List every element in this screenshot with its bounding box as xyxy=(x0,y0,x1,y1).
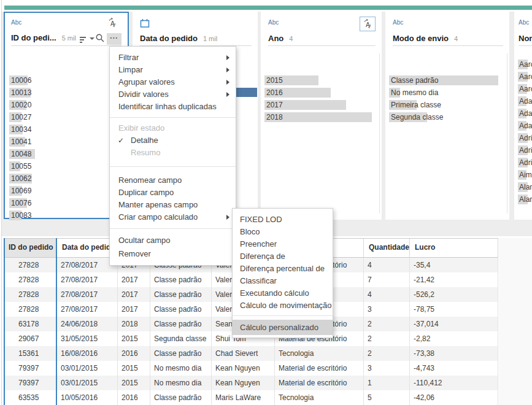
cell[interactable]: Material de escritório xyxy=(275,361,364,376)
calendar-icon[interactable] xyxy=(140,18,150,31)
cell[interactable]: 27/08/2017 xyxy=(57,302,118,317)
cell[interactable]: -4,743 xyxy=(410,361,498,376)
cell[interactable]: 27828 xyxy=(4,272,57,287)
cell[interactable]: 03/01/2015 xyxy=(57,376,118,390)
menu-item-ocultar-campo[interactable]: Ocultar campo xyxy=(110,234,236,247)
cell[interactable]: 2017 xyxy=(118,302,150,317)
menu-item-remover[interactable]: Remover xyxy=(110,247,236,261)
cell[interactable]: No mesmo dia xyxy=(150,376,212,390)
cell[interactable]: 4 xyxy=(364,258,410,272)
value-row[interactable]: Adri xyxy=(518,145,532,155)
cell[interactable]: 24/06/2018 xyxy=(57,317,118,331)
cell[interactable]: 15361 xyxy=(4,346,57,361)
cell[interactable]: 5 xyxy=(364,390,410,405)
cell[interactable]: 03/01/2015 xyxy=(57,361,118,376)
value-row[interactable]: Primeira classe xyxy=(389,100,508,110)
cell[interactable]: -21,42 xyxy=(410,272,498,287)
cell[interactable]: Classe padrão xyxy=(150,317,212,331)
cell[interactable]: Classe padrão xyxy=(150,287,212,302)
date-histogram-bar[interactable] xyxy=(234,88,257,97)
cell[interactable]: Material de escritório xyxy=(275,376,364,390)
cell[interactable]: -2,82 xyxy=(410,331,498,346)
cell[interactable]: 79397 xyxy=(4,361,57,376)
submenu-item-c-lculo-de-movimenta-o[interactable]: Cálculo de movimentação xyxy=(233,299,333,312)
cell[interactable]: 1 xyxy=(364,376,410,390)
column-header-id-do-pedido[interactable]: ID do pedido xyxy=(4,239,57,257)
value-row[interactable]: Ada xyxy=(518,121,532,131)
more-options-button[interactable]: ⋯ xyxy=(107,33,121,45)
menu-item-agrupar-valores[interactable]: Agrupar valores xyxy=(110,76,236,88)
value-row[interactable]: Aim xyxy=(518,170,532,180)
cell[interactable]: 27828 xyxy=(4,258,57,272)
cell[interactable]: -35,4 xyxy=(410,258,498,272)
value-row[interactable]: Aaro xyxy=(518,72,532,82)
value-row[interactable]: 2017 xyxy=(264,100,380,110)
data-role-icon[interactable]: A xyxy=(360,17,376,31)
menu-item-dividir-valores[interactable]: Dividir valores xyxy=(110,88,236,101)
menu-item-limpar[interactable]: Limpar xyxy=(110,64,236,76)
cell[interactable]: Kean Nguyen xyxy=(212,376,275,390)
value-row[interactable]: Alan xyxy=(518,182,532,192)
cell[interactable]: No mesmo dia xyxy=(150,361,212,376)
menu-item-manter-apenas-campo[interactable]: Manter apenas campo xyxy=(110,199,236,211)
value-row[interactable]: 2018 xyxy=(264,112,380,122)
cell[interactable]: 29067 xyxy=(4,331,57,346)
column-header-quantidade[interactable]: Quantidade xyxy=(364,239,410,257)
cell[interactable]: 2015 xyxy=(118,361,150,376)
cell[interactable]: Classe padrão xyxy=(150,390,212,405)
menu-item-renomear-campo[interactable]: Renomear campo xyxy=(110,174,236,187)
value-row[interactable]: 2016 xyxy=(264,88,380,98)
submenu-item-bloco[interactable]: Bloco xyxy=(233,226,333,238)
cell[interactable]: 10/05/2016 xyxy=(57,390,118,405)
cell[interactable]: 4 xyxy=(364,287,410,302)
value-row[interactable]: Aaro xyxy=(518,84,532,94)
cell[interactable]: Classe padrão xyxy=(150,346,212,361)
search-icon[interactable] xyxy=(95,33,105,45)
cell[interactable]: Maris LaWare xyxy=(212,390,275,405)
cell[interactable]: 3 xyxy=(364,361,410,376)
cell[interactable]: 27/08/2017 xyxy=(57,287,118,302)
cell[interactable]: 3 xyxy=(364,302,410,317)
value-row[interactable]: Ada xyxy=(518,96,532,106)
menu-item-filtrar[interactable]: Filtrar xyxy=(110,52,236,64)
cell[interactable]: Segunda classe xyxy=(150,331,212,346)
submenu-item-fixed-lod[interactable]: FIXED LOD xyxy=(233,214,333,226)
submenu-item-classificar[interactable]: Classificar xyxy=(233,275,333,287)
cell[interactable]: 2015 xyxy=(118,331,150,346)
value-row[interactable]: Adri xyxy=(518,158,532,168)
value-row[interactable]: Segunda classe xyxy=(389,112,508,122)
submenu-item-c-lculo-personalizado[interactable]: Cálculo personalizado xyxy=(233,320,333,335)
cell[interactable]: 2017 xyxy=(118,287,150,302)
cell[interactable]: -78,75 xyxy=(410,302,498,317)
cell[interactable]: -73,38 xyxy=(410,346,498,361)
cell[interactable]: 31/05/2015 xyxy=(57,331,118,346)
cell[interactable]: 2016 xyxy=(118,346,150,361)
cell[interactable]: 2017 xyxy=(118,272,150,287)
value-row[interactable]: Classe padrão xyxy=(389,75,508,85)
cell[interactable]: Tecnologia xyxy=(275,346,364,361)
submenu-item-diferen-a-percentual-de[interactable]: Diferença percentual de xyxy=(233,263,333,275)
cell[interactable]: Classe padrão xyxy=(150,302,212,317)
value-row[interactable]: Aaro xyxy=(518,60,532,69)
cell[interactable]: 7 xyxy=(364,272,410,287)
cell[interactable]: 63178 xyxy=(4,317,57,331)
submenu-item-executando-c-lculo[interactable]: Executando cálculo xyxy=(233,287,333,299)
cell[interactable]: 2016 xyxy=(118,390,150,405)
cell[interactable]: 27/08/2017 xyxy=(57,272,118,287)
column-header-lucro[interactable]: Lucro xyxy=(410,239,498,257)
cell[interactable]: 27828 xyxy=(4,287,57,302)
cell[interactable]: -526,2 xyxy=(410,287,498,302)
cell[interactable]: Tecnologia xyxy=(275,390,364,405)
cell[interactable]: 2018 xyxy=(118,317,150,331)
menu-item-criar-campo-calculado[interactable]: Criar campo calculado xyxy=(110,211,236,223)
cell[interactable]: -110,412 xyxy=(410,376,498,390)
value-row[interactable]: 2015 xyxy=(264,75,380,85)
cell[interactable]: Kean Nguyen xyxy=(212,361,275,376)
cell[interactable]: 63535 xyxy=(4,390,57,405)
cell[interactable]: -37,014 xyxy=(410,317,498,331)
cell[interactable]: 2 xyxy=(364,331,410,346)
sort-icon[interactable] xyxy=(80,35,89,46)
cell[interactable]: 2 xyxy=(364,346,410,361)
profile-card-nome[interactable]: Abc Nom AaroAaroAaroAdaAdaAdaAdriAdriAdr… xyxy=(514,12,532,220)
cell[interactable]: 27828 xyxy=(4,302,57,317)
